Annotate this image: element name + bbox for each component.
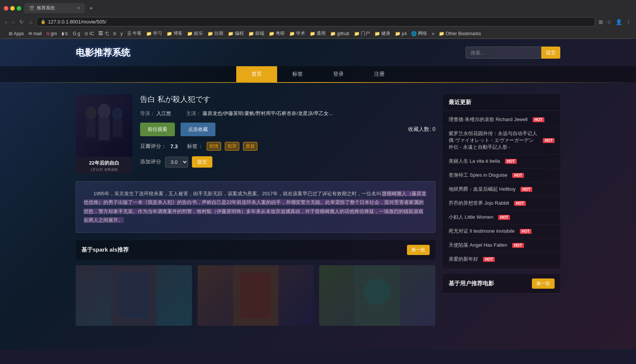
tab-close-icon[interactable]: ✕ bbox=[77, 6, 80, 11]
recent-item-title: 地狱男爵：血皇后崛起 Hellboy bbox=[449, 186, 516, 193]
bookmark-p4[interactable]: 📁 p4 bbox=[393, 31, 408, 37]
folder-icon: 📁 bbox=[146, 31, 152, 36]
browser-tab[interactable]: 🎬 推荐系统 ✕ bbox=[24, 3, 85, 13]
nav-home[interactable]: 首页 bbox=[236, 66, 277, 82]
recent-item-6[interactable]: 乔乔的异想世界 Jojo Rabbit HOT bbox=[443, 196, 560, 210]
bookmark-general[interactable]: 📁 通用 bbox=[308, 30, 327, 37]
movie-poster: 22年后的自白 1月11日 全民追凶 bbox=[76, 94, 132, 174]
minimize-button[interactable] bbox=[10, 6, 15, 11]
nav-login[interactable]: 登录 bbox=[318, 66, 359, 82]
bookmark-lc[interactable]: ⧫ lc bbox=[60, 31, 70, 37]
ic-icon: ⊙ bbox=[84, 31, 88, 36]
recent-section: 最近更新 理查德·朱维尔的哀歌 Richard Jewell HOT 紫罗兰永恒… bbox=[443, 94, 560, 268]
menu-icon[interactable]: ⋮ bbox=[625, 18, 632, 26]
bookmark-y[interactable]: y bbox=[118, 31, 125, 37]
bookmark-study[interactable]: 📁 学习 bbox=[144, 30, 164, 37]
collect-count: 收藏人数: 0 bbox=[408, 126, 435, 133]
bookmark-entertainment[interactable]: 📁 娱乐 bbox=[185, 30, 205, 37]
extensions-icon[interactable]: ⊞ bbox=[597, 18, 604, 26]
recent-item-9[interactable]: 天使陷落 Angel Has Fallen HOT bbox=[443, 238, 560, 252]
lock-icon: 🔒 bbox=[41, 19, 46, 24]
rating-select[interactable]: 1.0 2.0 3.0 4.0 5.0 bbox=[165, 157, 188, 168]
rec-movie-card-2 bbox=[198, 265, 314, 328]
recent-item-title: 小妇人 Little Women bbox=[449, 214, 493, 221]
address-bar[interactable]: 🔒 127.0.0.1:8001/movie/505/ bbox=[36, 17, 595, 26]
reload-button[interactable]: ↻ bbox=[18, 18, 25, 26]
bookmark-more[interactable]: » bbox=[430, 31, 436, 37]
content-area: 22年后的自白 1月11日 全民追凶 告白 私が殺人犯です 导演： 入江悠 主演… bbox=[76, 94, 435, 328]
add-rating-row: 添加评分 1.0 2.0 3.0 4.0 5.0 提交 bbox=[140, 156, 435, 168]
recent-item-10[interactable]: 亲爱的新年好 HOT bbox=[443, 252, 560, 266]
bookmark-g[interactable]: G g bbox=[71, 31, 82, 37]
user-rec-section: 基于用户推荐电影 换一批 bbox=[443, 274, 560, 294]
bookmark-label: 前端 bbox=[255, 30, 264, 37]
nav-tags[interactable]: 标签 bbox=[277, 66, 318, 82]
bookmark-past[interactable]: 📁 往期 bbox=[206, 30, 225, 37]
home-button[interactable]: ⌂ bbox=[28, 18, 34, 26]
recent-item-title: 天使陷落 Angel Has Fallen bbox=[449, 242, 507, 249]
bookmark-label: 编程 bbox=[235, 30, 244, 37]
bookmark-label: 牛客 bbox=[132, 30, 142, 37]
rating-submit-button[interactable]: 提交 bbox=[192, 156, 212, 168]
folder-icon: 📁 bbox=[374, 31, 380, 36]
tag-suspense[interactable]: 悬疑 bbox=[243, 142, 257, 151]
cast-value: 藤原龙也/伊藤英明/夏帆/野村周平/石桥杏奈/龙星凉/早乙女... bbox=[203, 110, 333, 116]
spark-refresh-button[interactable]: 换一批 bbox=[407, 245, 430, 255]
bookmark-mail[interactable]: ✉ mail bbox=[26, 31, 44, 37]
back-button[interactable]: ‹ bbox=[4, 18, 9, 26]
user-rec-refresh-button[interactable]: 换一批 bbox=[532, 278, 555, 289]
poster-bottom: 22年后的自白 1月11日 全民追凶 bbox=[76, 157, 132, 174]
bookmark-7[interactable]: ☰ 七 bbox=[97, 30, 111, 37]
rec-movie-card-3 bbox=[319, 265, 435, 328]
recent-item-2[interactable]: 紫罗兰永恒花园外传：永远与自动手记人偶 ヴァイオレット・エヴァーガーデン 外伝 … bbox=[443, 127, 560, 154]
star-icon[interactable]: ☆ bbox=[606, 18, 613, 26]
bookmark-ic[interactable]: ⊙ IC bbox=[83, 31, 96, 37]
bookmark-github[interactable]: 📁 github bbox=[328, 31, 351, 37]
forward-button[interactable]: › bbox=[11, 18, 16, 26]
bookmark-other[interactable]: 📁 Other Bookmarks bbox=[437, 31, 483, 37]
close-button[interactable] bbox=[4, 6, 8, 11]
folder-icon: 📁 bbox=[354, 31, 360, 36]
recent-item-8[interactable]: 死无对证 Il testimone invisibile HOT bbox=[443, 224, 560, 238]
g-icon: G bbox=[73, 31, 76, 36]
maximize-button[interactable] bbox=[17, 6, 21, 11]
site-header: 电影推荐系统 提交 bbox=[0, 39, 636, 66]
browser-titlebar: 🎬 推荐系统 ✕ + bbox=[4, 3, 632, 13]
bookmark-network[interactable]: 🌐 网络 bbox=[409, 30, 429, 37]
tag-drama[interactable]: 剧情 bbox=[207, 142, 221, 151]
nav-register[interactable]: 注册 bbox=[359, 66, 400, 82]
bookmark-label: 学习 bbox=[153, 30, 162, 37]
search-button[interactable]: 提交 bbox=[541, 47, 560, 59]
tab-title: 推荐系统 bbox=[37, 5, 55, 11]
bookmark-coding[interactable]: 📁 编程 bbox=[226, 30, 246, 37]
rec-movie-card bbox=[76, 265, 192, 328]
recent-item-3[interactable]: 美丽人生 La vita è bella HOT bbox=[443, 154, 560, 168]
bookmark-academic[interactable]: 📁 学术 bbox=[287, 30, 307, 37]
watch-button[interactable]: 前往观看 bbox=[140, 123, 175, 136]
bookmark-niuke[interactable]: ☰ 牛客 bbox=[125, 30, 143, 37]
network-icon: 🌐 bbox=[411, 31, 417, 36]
collect-button[interactable]: 点击收藏 bbox=[181, 123, 215, 136]
bookmark-blog[interactable]: 📁 博客 bbox=[165, 30, 184, 37]
bookmark-frontend[interactable]: 📁 前端 bbox=[246, 30, 266, 37]
bookmark-b[interactable]: b bbox=[112, 31, 118, 37]
tag-crime[interactable]: 犯罪 bbox=[225, 142, 239, 151]
search-input[interactable] bbox=[466, 47, 541, 59]
bookmark-portal[interactable]: 📁 门户 bbox=[352, 30, 372, 37]
collect-label: 收藏人数: bbox=[408, 126, 431, 132]
bookmark-label: 门户 bbox=[361, 30, 370, 37]
new-tab-button[interactable]: + bbox=[89, 5, 93, 12]
recent-item-1[interactable]: 理查德·朱维尔的哀歌 Richard Jewell HOT bbox=[443, 113, 560, 127]
recent-item-5[interactable]: 地狱男爵：血皇后崛起 Hellboy HOT bbox=[443, 182, 560, 196]
bookmark-exam[interactable]: 📁 考研 bbox=[267, 30, 287, 37]
apps-icon: ⊞ bbox=[9, 31, 12, 36]
profile-icon[interactable]: 👤 bbox=[614, 18, 623, 26]
folder-icon: 📁 bbox=[167, 31, 172, 36]
bookmark-fitness[interactable]: 📁 健身 bbox=[373, 30, 392, 37]
recent-item-title: 美丽人生 La vita è bella bbox=[449, 158, 500, 165]
recent-item-4[interactable]: 变身特工 Spies in Disguise HOT bbox=[443, 168, 560, 182]
recent-item-7[interactable]: 小妇人 Little Women HOT bbox=[443, 210, 560, 224]
bookmark-apps[interactable]: ⊞ Apps bbox=[7, 31, 26, 37]
rec-movies bbox=[76, 265, 435, 328]
bookmark-gm[interactable]: G gm bbox=[44, 31, 59, 37]
